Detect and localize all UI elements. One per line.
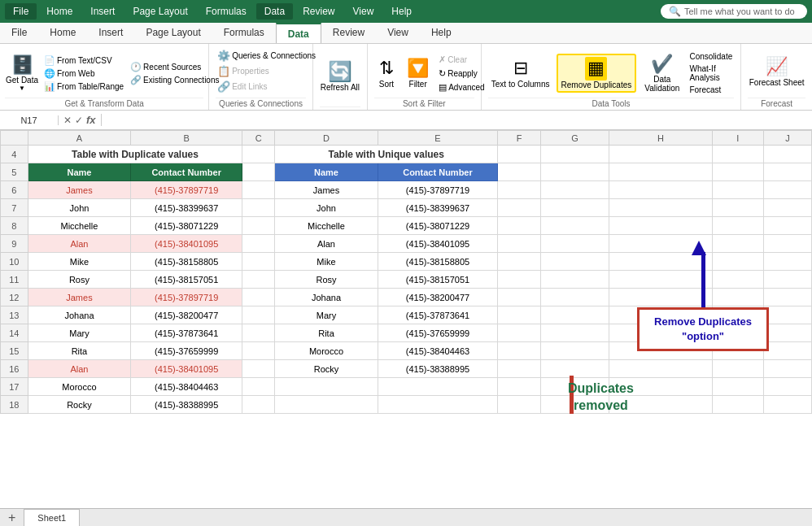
cell-D12[interactable]: Johana [275,289,378,306]
row-header-14[interactable]: 14 [1,324,28,342]
cell-F5[interactable] [498,163,541,181]
cell-E7[interactable]: (415)-38399637 [378,199,498,217]
cell-A18[interactable]: Rocky [28,396,130,414]
cell-C6[interactable] [242,181,275,199]
consolidate-button[interactable]: Consolidate [688,51,734,62]
text-to-columns-button[interactable]: ⊟ Text to Columns [488,56,553,89]
forecast-sheet-button[interactable]: 📈 Forecast Sheet [744,54,810,88]
row-header-11[interactable]: 11 [1,271,28,289]
cell-C4[interactable] [242,146,275,163]
col-header-B[interactable]: B [131,131,242,146]
row-header-13[interactable]: 13 [1,306,28,324]
cell-E14[interactable]: (415)-37659999 [378,324,498,342]
cell-D11[interactable]: Rosy [275,271,378,289]
cell-D10[interactable]: Mike [275,253,378,271]
tab-view[interactable]: View [376,23,420,43]
row-header-17[interactable]: 17 [1,378,28,396]
row-header-5[interactable]: 5 [1,163,28,181]
clear-button[interactable]: ✗ Clear [437,54,486,66]
cell-J5[interactable] [763,163,811,181]
cell-D7[interactable]: John [275,199,378,217]
edit-links-button[interactable]: 🔗 Edit Links [216,80,306,93]
cell-A17[interactable]: Morocco [28,378,130,396]
tell-me-search[interactable]: 🔍 Tell me what you want to do [661,4,807,19]
menu-file[interactable]: File [5,3,37,20]
row-header-12[interactable]: 12 [1,289,28,306]
properties-button[interactable]: 📋 Properties [216,64,306,78]
refresh-all-button[interactable]: 🔄 Refresh All [317,59,363,94]
cell-B14[interactable]: (415)-37873641 [131,324,242,342]
cell-I5[interactable] [712,163,763,181]
cell-D5[interactable]: Name [275,163,378,181]
col-header-F[interactable]: F [498,131,541,146]
menu-view[interactable]: View [345,3,382,20]
add-sheet-button[interactable]: + [0,509,24,527]
cell-B17[interactable]: (415)-38404463 [131,378,242,396]
menu-help[interactable]: Help [383,3,420,20]
row-header-16[interactable]: 16 [1,360,28,378]
cancel-formula-icon[interactable]: ✕ [63,115,72,126]
cell-A9[interactable]: Alan [28,235,130,253]
col-header-A[interactable]: A [28,131,130,146]
menu-formulas[interactable]: Formulas [198,3,255,20]
col-header-H[interactable]: H [609,131,712,146]
cell-E11[interactable]: (415)-38157051 [378,271,498,289]
cell-D14[interactable]: Rita [275,324,378,342]
col-header-E[interactable]: E [378,131,498,146]
cell-A10[interactable]: Mike [28,253,130,271]
row-header-7[interactable]: 7 [1,199,28,217]
sort-button[interactable]: ⇅ Sort [374,56,399,89]
cell-A14[interactable]: Mary [28,324,130,342]
cell-E9[interactable]: (415)-38401095 [378,235,498,253]
col-header-I[interactable]: I [712,131,763,146]
cell-B15[interactable]: (415)-37659999 [131,342,242,360]
cell-H5[interactable] [609,163,712,181]
cell-E12[interactable]: (415)-38200477 [378,289,498,306]
from-text-csv-button[interactable]: 📄 From Text/CSV [42,54,125,67]
cell-D13[interactable]: Mary [275,306,378,324]
cell-H6[interactable] [609,181,712,199]
cell-C5[interactable] [242,163,275,181]
tab-insert[interactable]: Insert [87,23,134,43]
menu-home[interactable]: Home [38,3,81,20]
row-header-18[interactable]: 18 [1,396,28,414]
cell-A12[interactable]: James [28,289,130,306]
cell-E17[interactable] [378,378,498,396]
menu-review[interactable]: Review [295,3,343,20]
recent-sources-button[interactable]: 🕐 Recent Sources [129,61,220,73]
cell-B7[interactable]: (415)-38399637 [131,199,242,217]
advanced-button[interactable]: ▤ Advanced [437,81,486,93]
cell-I6[interactable] [712,181,763,199]
confirm-formula-icon[interactable]: ✓ [75,115,83,126]
cell-G5[interactable] [540,163,609,181]
cell-B9[interactable]: (415)-38401095 [131,235,242,253]
cell-E8[interactable]: (415)-38071229 [378,217,498,235]
tab-help[interactable]: Help [420,23,463,43]
cell-B12[interactable]: (415)-37897719 [131,289,242,306]
cell-B5[interactable]: Contact Number [131,163,242,181]
row-header-8[interactable]: 8 [1,217,28,235]
row-header-6[interactable]: 6 [1,181,28,199]
cell-E15[interactable]: (415)-38404463 [378,342,498,360]
cell-E6[interactable]: (415)-37897719 [378,181,498,199]
remove-duplicates-button[interactable]: ▦ Remove Duplicates [557,54,637,92]
cell-A5[interactable]: Name [28,163,130,181]
cell-E13[interactable]: (415)-37873641 [378,306,498,324]
name-box[interactable]: N17 [0,115,59,125]
cell-J6[interactable] [763,181,811,199]
insert-function-icon[interactable]: fx [86,114,96,126]
col-header-D[interactable]: D [275,131,378,146]
row-header-10[interactable]: 10 [1,253,28,271]
tab-home[interactable]: Home [38,23,87,43]
cell-D4[interactable]: Table with Unique values [275,146,498,163]
cell-B6[interactable]: (415)-37897719 [131,181,242,199]
row-header-9[interactable]: 9 [1,235,28,253]
cell-I4[interactable] [712,146,763,163]
tab-formulas[interactable]: Formulas [212,23,276,43]
cell-B18[interactable]: (415)-38388995 [131,396,242,414]
cell-A11[interactable]: Rosy [28,271,130,289]
cell-D9[interactable]: Alan [275,235,378,253]
tab-review[interactable]: Review [321,23,376,43]
cell-B16[interactable]: (415)-38401095 [131,360,242,378]
cell-E10[interactable]: (415)-38158805 [378,253,498,271]
